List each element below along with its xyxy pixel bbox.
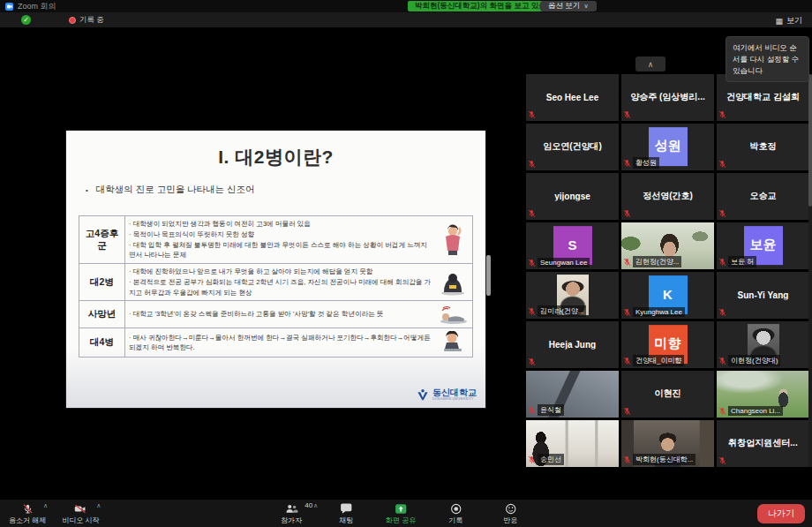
participant-tile[interactable]: 김현정(건양...	[621, 222, 714, 269]
unmute-button[interactable]: ∧ 음소거 해제	[9, 500, 46, 527]
university-logo-icon	[417, 388, 429, 401]
participant-tile[interactable]: 이현정(건양대)	[717, 321, 809, 368]
slide-term: 사망년	[79, 301, 125, 328]
window-titlebar: Zoom 회의 박희현(동신대학교)의 화면을 보고 있습니다. 옵션 보기 ∨	[0, 0, 812, 12]
zoom-app-icon	[5, 3, 13, 11]
unmute-label: 음소거 해제	[9, 516, 46, 525]
share-screen-label: 화면 공유	[386, 516, 416, 525]
reactions-smiley-icon	[505, 503, 516, 515]
window-title: Zoom 회의	[18, 1, 56, 12]
encryption-shield-icon[interactable]: ✓	[21, 15, 31, 25]
shared-screen-scrollbar[interactable]	[486, 255, 491, 296]
participant-tile[interactable]: 송민선	[526, 420, 619, 467]
participant-name-label: Kyunghwa Lee	[633, 307, 685, 317]
participant-name-label: 건양대_이미향	[633, 355, 684, 366]
participant-tile[interactable]: 성원 황성원	[621, 124, 714, 170]
presentation-slide: I. 대2병이란? 대학생의 진로 고민을 나타내는 신조어 고4증후군· 대학…	[66, 131, 485, 408]
mic-muted-icon	[718, 258, 726, 267]
participant-name-tag: Changseon Li...	[718, 406, 783, 416]
mic-muted-icon	[528, 307, 536, 316]
participant-name-tag: 황성원	[623, 157, 659, 169]
video-options-caret[interactable]: ∧	[96, 502, 101, 509]
gallery-scrollbar-thumb[interactable]	[808, 74, 812, 207]
slide-clipart-cell	[435, 301, 473, 328]
participant-name-label: 윤식철	[538, 404, 564, 416]
participant-name-label: 김미라(건양...	[538, 305, 586, 317]
participant-name-centered: 임오연(건양대)	[526, 139, 619, 152]
participant-name-tag: 김미라(건양...	[528, 305, 586, 317]
slide-points: · 대학교 '3학년'이 온갖 스펙을 준비하느라 고통을 받아 '사망'할 것…	[125, 301, 436, 328]
chat-button[interactable]: 채팅	[328, 500, 364, 527]
participant-tile[interactable]: Sun-Yi Yang	[717, 272, 809, 319]
participant-name-label: 송민선	[538, 454, 564, 465]
participant-name-tag: 보윤 허	[718, 256, 756, 267]
view-button[interactable]: ▦ 보기	[771, 14, 807, 27]
participants-count: 40	[304, 501, 312, 509]
reactions-label: 반응	[503, 516, 517, 525]
share-screen-button[interactable]: 화면 공유	[383, 500, 418, 527]
mic-muted-icon	[528, 160, 536, 169]
mic-muted-icon	[718, 160, 726, 169]
mic-muted-icon	[718, 110, 726, 119]
participant-tile[interactable]: S Seungwan Lee	[526, 222, 619, 269]
participant-tile[interactable]: 임오연(건양대)	[526, 124, 619, 170]
mic-muted-icon	[623, 258, 631, 267]
participant-tile[interactable]: 취창업지원센터...	[717, 420, 809, 467]
participant-tile[interactable]: 윤식철	[526, 371, 619, 418]
mic-muted-icon	[623, 110, 631, 119]
gallery-collapse-button[interactable]: ∧	[635, 56, 665, 72]
clipart-procrastinator-icon	[439, 331, 467, 354]
participant-tile[interactable]: 양승주 (임상병리...	[621, 74, 714, 121]
mic-muted-icon	[718, 209, 726, 218]
participant-tile[interactable]: 보윤 보윤 허	[717, 222, 809, 269]
participant-name-label: Seungwan Lee	[538, 258, 590, 267]
participant-tile[interactable]: 미향 건양대_이미향	[621, 321, 714, 368]
view-options-button[interactable]: 옵션 보기 ∨	[540, 1, 597, 11]
start-video-label: 비디오 시작	[62, 516, 99, 525]
leave-button[interactable]: 나가기	[757, 504, 805, 523]
record-icon	[450, 503, 462, 515]
participant-tile[interactable]: K Kyunghwa Lee	[621, 272, 714, 319]
meeting-topbar: ✓ 기록 중 ▦ 보기	[0, 12, 812, 27]
mic-muted-icon	[528, 406, 536, 415]
recording-dot-icon	[69, 17, 76, 24]
chat-icon	[340, 503, 352, 515]
participants-button[interactable]: 40 ∧ 참가자	[274, 500, 309, 527]
recording-label: 기록 중	[79, 15, 104, 26]
slide-table: 고4증후군· 대학생이 되었지만 생각과 행동이 여전히 고3에 머물러 있음·…	[79, 215, 473, 358]
participants-options-caret[interactable]: ∧	[313, 502, 318, 509]
participant-tile[interactable]: 정선영(간호)	[621, 173, 714, 220]
record-button[interactable]: 기록	[438, 500, 473, 527]
mic-muted-icon	[623, 407, 631, 416]
start-video-button[interactable]: ∧ 비디오 시작	[62, 500, 99, 527]
participant-tile[interactable]: yijongse	[526, 173, 619, 220]
slide-term: 대4병	[79, 328, 125, 358]
participant-name-tag: Kyunghwa Lee	[623, 307, 685, 317]
participant-tile[interactable]: Heeja Jung	[526, 321, 619, 368]
view-options-label: 옵션 보기	[548, 1, 580, 11]
slide-point: · 매사 귀찮아한다→미룬다→몰아서 한꺼번에 한다→결국 실패하거나 포기한다…	[129, 333, 432, 354]
mic-options-caret[interactable]: ∧	[43, 502, 48, 509]
shared-screen-stage: I. 대2병이란? 대학생의 진로 고민을 나타내는 신조어 고4증후군· 대학…	[0, 27, 524, 499]
participant-tile[interactable]: Changseon Li...	[717, 371, 809, 418]
participant-tile[interactable]: 박호정	[717, 124, 809, 170]
participant-name-tag: Seungwan Lee	[528, 258, 590, 267]
participant-name-centered: Heeja Jung	[526, 339, 619, 349]
participant-gallery: Seo Hee Lee 양승주 (임상병리...	[526, 74, 809, 467]
recording-indicator[interactable]: 기록 중	[69, 15, 104, 26]
slide-table-row: 사망년· 대학교 '3학년'이 온갖 스펙을 준비하느라 고통을 받아 '사망'…	[79, 301, 473, 328]
participant-tile[interactable]: 박희현(동신대학...	[621, 420, 714, 467]
slide-term: 대2병	[79, 264, 125, 301]
mic-muted-icon	[528, 259, 536, 267]
zoom-meeting-window: Zoom 회의 박희현(동신대학교)의 화면을 보고 있습니다. 옵션 보기 ∨…	[0, 0, 812, 527]
reactions-button[interactable]: 반응	[492, 500, 528, 527]
participant-tile[interactable]: 김미라(건양...	[526, 272, 619, 319]
participant-name-tag	[718, 308, 726, 317]
participant-tile[interactable]: Seo Hee Lee	[526, 74, 619, 121]
participant-name-tag	[528, 209, 536, 218]
mic-muted-icon	[718, 456, 726, 465]
participant-tile[interactable]: 이현진	[621, 371, 714, 418]
mic-muted-icon	[623, 209, 631, 218]
participant-tile[interactable]: 오승교	[717, 173, 809, 220]
gallery-scrollbar[interactable]	[808, 74, 812, 467]
